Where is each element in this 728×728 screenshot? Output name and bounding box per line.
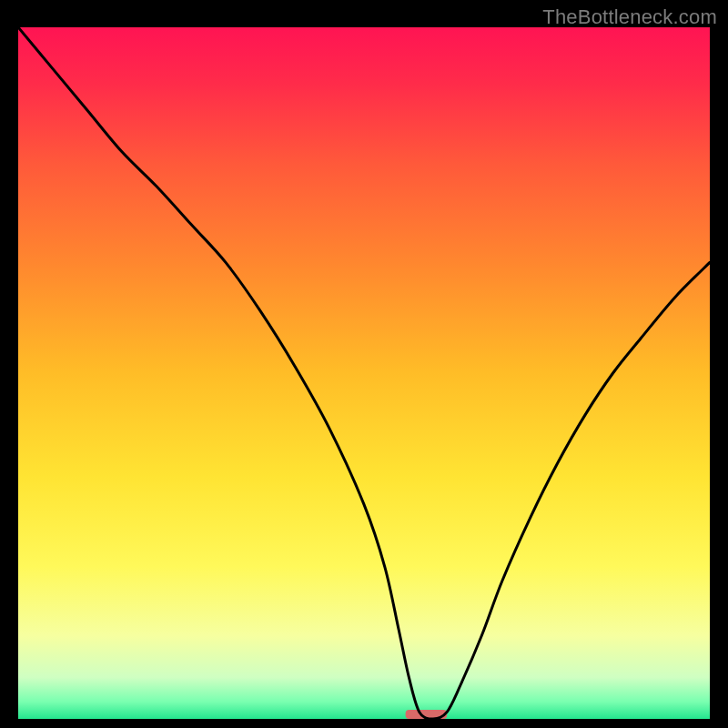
chart-frame xyxy=(18,27,710,719)
bottleneck-curve-chart xyxy=(18,27,710,719)
watermark-text: TheBottleneck.com xyxy=(542,5,717,29)
gradient-background xyxy=(18,27,710,719)
